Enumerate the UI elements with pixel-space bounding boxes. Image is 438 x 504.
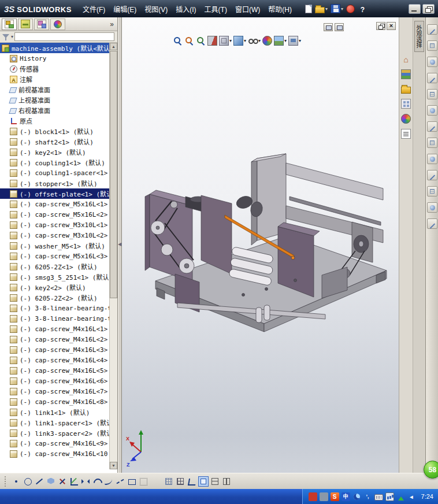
task-pane-vertical-tab[interactable]: 外观选择 [414, 21, 424, 52]
dock-tool-icon-2[interactable] [427, 40, 437, 51]
panel-splitter[interactable]: ◀ [118, 17, 122, 473]
soft-keyboard-icon[interactable] [374, 494, 383, 501]
tree-item[interactable]: (-) 3-8-linear-bearing-t [0, 303, 109, 313]
tree-item[interactable]: (-) 6205-2Z<2> (默认) [0, 292, 109, 303]
tree-item[interactable]: (-) block1<1> (默认) [0, 126, 109, 136]
appearances-scenes-icon[interactable] [401, 114, 411, 124]
taskbar-clock[interactable]: 7:24 [421, 493, 433, 500]
cad-model-machine-assembly[interactable] [122, 17, 399, 473]
angle-snap-icon[interactable] [187, 476, 197, 487]
trim-icon[interactable] [57, 476, 68, 487]
tree-item[interactable]: (-) shaft2<1> (默认) [0, 136, 109, 147]
dock-tool-icon-7[interactable] [427, 121, 437, 132]
tree-item[interactable]: (-) cap-screw_M3x10L<1> [0, 220, 109, 230]
doc-restore-button[interactable] [376, 22, 385, 30]
memory-ball[interactable]: 58 [424, 461, 438, 479]
tree-item[interactable]: 上视基准面 [0, 95, 109, 105]
two-view-vertical-icon[interactable] [221, 476, 232, 487]
dock-tool-icon-1[interactable] [427, 24, 437, 35]
section-view-icon[interactable] [207, 36, 217, 46]
tree-item[interactable]: (-) cap-screw_M3x10L<2> [0, 230, 109, 240]
save-icon-caret[interactable]: ▾ [341, 6, 343, 12]
unit-grid-icon[interactable] [175, 476, 185, 487]
splitter-collapse-icon[interactable]: ◀ [118, 242, 121, 247]
tree-item[interactable]: (-) link1-spacer<1> (默认 [0, 417, 109, 428]
tree-item[interactable]: 前视基准面 [0, 84, 109, 95]
tree-item[interactable]: (-) key2<2> (默认) [0, 282, 109, 292]
tree-item[interactable]: (-) 6205-2Z<1> (默认) [0, 261, 109, 272]
rectangle-icon[interactable] [127, 476, 137, 487]
circle-icon[interactable] [23, 476, 33, 487]
tree-item[interactable]: (-) cap-screw_M4x16L<4> [0, 355, 109, 365]
dock-tool-icon-5[interactable] [427, 89, 437, 99]
zoom-area-icon[interactable] [184, 36, 194, 46]
tree-item[interactable]: (-) cap-screw_M4x16L<9> [0, 438, 109, 449]
tree-item[interactable]: (-) coupling1-spacer<1> [0, 168, 109, 178]
new-document-icon[interactable] [305, 5, 312, 13]
tree-item[interactable]: (-) cap-screw_M4x16L<6> [0, 376, 109, 386]
doc-button-1[interactable] [324, 23, 333, 31]
tree-scrollbar[interactable]: ▲ ▼ [109, 43, 117, 469]
tree-item[interactable]: (-) cap-screw_M4x16L<8> [0, 396, 109, 407]
scroll-up-button[interactable]: ▲ [110, 43, 117, 50]
tree-item[interactable]: (-) key2<1> (默认) [0, 147, 109, 157]
tree-item[interactable]: machine-assembly (默认<默认 [0, 43, 109, 53]
apply-scene-icon-caret[interactable]: ▾ [284, 38, 287, 43]
construction-icon[interactable] [138, 476, 149, 487]
spline-icon[interactable] [103, 476, 114, 487]
hide-show-items-icon[interactable] [248, 36, 258, 46]
doc-button-2[interactable] [335, 23, 344, 31]
dock-tool-icon-6[interactable] [427, 105, 437, 116]
display-style-icon[interactable] [233, 36, 243, 46]
dock-tool-icon-8[interactable] [427, 138, 437, 148]
menu-edit[interactable]: 编辑(E) [109, 2, 140, 16]
tree-item[interactable]: (-) cap-screw_M4x16L<3> [0, 344, 109, 355]
minimize-button[interactable] [409, 4, 421, 14]
open-icon-caret[interactable]: ▾ [325, 6, 328, 12]
tree-item[interactable]: (-) offset-plate<1> (默认 [0, 188, 109, 199]
menu-insert[interactable]: 插入(I) [172, 2, 200, 16]
filter-caret-icon[interactable]: ▾ [11, 34, 13, 39]
dock-tool-icon-4[interactable] [427, 73, 437, 83]
tree-item[interactable]: (-) link1<1> (默认) [0, 407, 109, 417]
menu-file[interactable]: 文件(F) [79, 2, 109, 16]
save-icon[interactable] [331, 4, 340, 13]
toolbar-grip[interactable] [5, 476, 7, 487]
dock-tool-icon-3[interactable] [427, 57, 437, 67]
tree-item[interactable]: 原点 [0, 116, 109, 126]
tree-item[interactable]: (-) cap-screw_M4x16L<2> [0, 334, 109, 344]
design-library-icon[interactable] [401, 69, 411, 79]
sogou-pinyin-icon[interactable]: S [331, 492, 339, 501]
featuremanager-tree-tab-icon[interactable] [5, 20, 14, 28]
previous-view-icon[interactable] [196, 36, 206, 46]
dock-tool-icon-11[interactable] [427, 186, 437, 197]
ime-language-icon[interactable]: 中 [342, 492, 350, 501]
tree-item[interactable]: 注解 [0, 74, 109, 84]
edit-appearance-icon[interactable] [262, 36, 272, 46]
zoom-fit-icon[interactable] [173, 36, 183, 46]
tree-item[interactable]: (-) link3-spacer<2> (默认 [0, 428, 109, 438]
tree-item[interactable]: (-) smsg3_5_251<1> (默认 [0, 272, 109, 282]
hide-show-items-icon-caret[interactable]: ▾ [258, 38, 261, 43]
menu-view[interactable]: 视图(V) [140, 2, 172, 16]
restore-button[interactable] [422, 4, 435, 14]
tree-item[interactable]: (-) washer_M5<1> (默认) [0, 240, 109, 251]
view-orientation-icon-caret[interactable]: ▾ [229, 38, 232, 43]
tree-item[interactable]: (-) cap-screw_M4x16L<1> [0, 324, 109, 334]
green-arrows-icon[interactable] [396, 492, 405, 501]
show-hidden-icon[interactable] [407, 492, 416, 501]
configurationmanager-tab-icon[interactable] [37, 20, 46, 28]
tree-item[interactable]: History [0, 53, 109, 64]
view-palette-icon[interactable] [401, 99, 411, 109]
apply-scene-icon[interactable] [274, 36, 284, 46]
dock-tool-icon-12[interactable] [427, 202, 437, 213]
point-icon[interactable] [11, 476, 21, 487]
filter-funnel-icon[interactable] [2, 33, 10, 41]
dock-tool-icon-13[interactable] [427, 218, 437, 229]
punctuation-icon[interactable]: ’, [363, 492, 372, 501]
tree-item[interactable]: (-) stopper<1> (默认) [0, 178, 109, 188]
scroll-thumb[interactable] [110, 51, 117, 298]
tree-filter-input[interactable] [14, 32, 114, 41]
scroll-down-button[interactable]: ▼ [110, 462, 117, 469]
solidworks-resources-home-icon[interactable] [401, 54, 411, 64]
